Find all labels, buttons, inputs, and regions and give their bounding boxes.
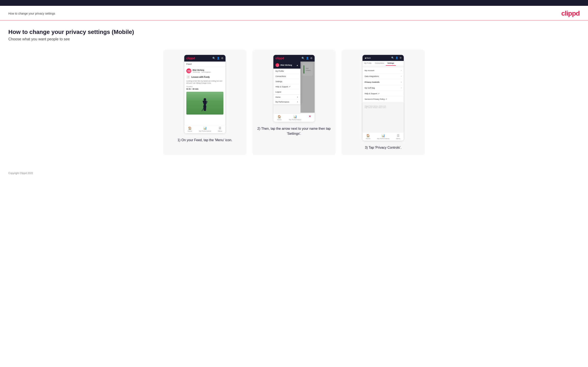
back-button[interactable]: ◀ Back xyxy=(365,57,371,59)
feed-content: BM Blair McHarg Yesterday · Sunningdale … xyxy=(184,67,225,125)
bottom-tab-performance-2: 📊 My Performance xyxy=(289,115,301,121)
privacy-controls-label: Privacy Controls xyxy=(365,81,380,83)
menu-item-connections[interactable]: Connections xyxy=(273,74,301,79)
phone-icons-2: 🔍 👤 ⚙ xyxy=(302,57,312,60)
copyright: Copyright Clippd 2022 xyxy=(8,172,33,175)
menu-item-myprofile[interactable]: My Profile xyxy=(273,69,301,74)
settings-icon-3: ⚙ xyxy=(399,57,402,59)
bottom-tab-performance-1: 📊 My Performance xyxy=(199,126,211,132)
profile-icon-3: 👤 xyxy=(395,57,398,59)
settings-screen: My Account › Data Integrations › Privacy… xyxy=(363,66,404,133)
performance-icon-1: 📊 xyxy=(203,126,207,130)
settings-item-privacycontrols[interactable]: Privacy Controls › xyxy=(363,79,404,85)
feed-tab: Feed xyxy=(184,62,225,67)
phone-bottom-bar-1: 🏠 Home 📊 My Performance ☰ Menu xyxy=(184,125,225,133)
bottom-tab-close-2[interactable]: ✕ xyxy=(309,115,311,121)
phone-bottom-bar-3: 🏠 Home 📊 My Performance ☰ Menu xyxy=(363,133,404,141)
feed-user-row: BM Blair McHarg Yesterday · Sunningdale xyxy=(186,68,223,73)
search-icon-2: 🔍 xyxy=(302,57,305,60)
home-section-label: Home xyxy=(276,96,280,98)
settings-item-helpsupport[interactable]: Help & Support ↗ xyxy=(363,91,404,96)
feed-tab-label: Feed xyxy=(186,63,191,65)
performance-chevron: ▼ xyxy=(297,101,298,103)
top-bar xyxy=(0,0,588,6)
menu-label-3: Menu xyxy=(396,138,400,140)
performance-section-label: My Performance xyxy=(276,101,289,103)
step-2-card: clippd 🔍 👤 ⚙ Golf content... xyxy=(252,50,336,155)
footer: Copyright Clippd 2022 xyxy=(0,167,588,179)
dropdown-menu: Blair McHarg ▲ My Profile Connections Se… xyxy=(273,62,301,104)
client-version: Clippd Client Version: 2022.8.3-3 xyxy=(365,105,402,107)
menu-item-settings[interactable]: Settings xyxy=(273,79,301,84)
menu-item-logout[interactable]: Logout xyxy=(273,89,301,95)
phone-nav-2: clippd 🔍 👤 ⚙ xyxy=(273,55,315,62)
settings-list: My Account › Data Integrations › Privacy… xyxy=(363,66,404,104)
lesson-icon: 📋 xyxy=(186,75,190,79)
header: How to change your privacy settings clip… xyxy=(0,6,588,20)
menu-icon-1: ☰ xyxy=(219,126,221,130)
home-icon-2: 🏠 xyxy=(277,115,281,118)
lesson-desc: Looking to feel like my hands are exitin… xyxy=(186,80,223,84)
performance-label-2: My Performance xyxy=(289,119,301,121)
bottom-tab-menu-3: ☰ Menu xyxy=(396,134,400,140)
step-2-phone: clippd 🔍 👤 ⚙ Golf content... xyxy=(273,55,315,122)
service-privacy-label: Service & Privacy Policy ↗ xyxy=(365,98,387,100)
performance-icon-2: 📊 xyxy=(293,115,297,118)
feed-user-sub: Yesterday · Sunningdale xyxy=(193,71,210,73)
home-icon-1: 🏠 xyxy=(188,126,191,130)
settings-item-myaccount[interactable]: My Account › xyxy=(363,67,404,73)
duration-label: Duration xyxy=(186,86,223,88)
steps-container: clippd 🔍 👤 ⚙ Feed BM Blair xyxy=(8,50,580,155)
feed-user-info: Blair McHarg Yesterday · Sunningdale xyxy=(193,69,210,73)
tab-connections[interactable]: Connections xyxy=(373,61,386,66)
svg-point-0 xyxy=(204,98,206,101)
feed-user-name: Blair McHarg xyxy=(193,69,210,71)
bottom-tab-home-2: 🏠 Home xyxy=(277,115,282,121)
server-version: GQL Server Version: 2022.7.30-1 xyxy=(365,107,402,108)
settings-item-serviceprivacy[interactable]: Service & Privacy Policy ↗ xyxy=(363,96,404,102)
tab-settings[interactable]: Settings xyxy=(386,61,396,66)
my-account-label: My Account xyxy=(365,69,374,72)
bottom-tab-home-3: 🏠 Home xyxy=(366,134,370,140)
search-icon-1: 🔍 xyxy=(212,57,216,60)
settings-tabs: My Profile Connections Settings xyxy=(363,61,404,66)
settings-nav: ◀ Back 🔍 👤 ⚙ xyxy=(363,55,404,61)
menu-item-helpsupport[interactable]: Help & Support ↗ xyxy=(273,84,301,89)
profile-icon-1: 👤 xyxy=(217,57,220,60)
settings-item-dataintegrations[interactable]: Data Integrations › xyxy=(363,73,404,79)
page-subheading: Choose what you want people to see xyxy=(8,37,580,41)
step-1-caption: 1) On your Feed, tap the 'Menu' icon. xyxy=(177,138,232,143)
data-integrations-label: Data Integrations xyxy=(365,75,379,77)
settings-item-mygolfbag[interactable]: My Golf Bag › xyxy=(363,85,404,91)
tab-myprofile[interactable]: My Profile xyxy=(363,61,373,66)
duration-value: 01 hr : 30 min xyxy=(186,88,223,90)
dropdown-avatar xyxy=(276,63,279,67)
profile-icon-2: 👤 xyxy=(306,57,309,60)
golfer-silhouette xyxy=(200,98,210,115)
my-golf-bag-chevron: › xyxy=(401,87,402,89)
bottom-tab-performance-3: 📊 My Performance xyxy=(377,134,389,140)
bottom-tab-menu-1: ☰ Menu xyxy=(218,126,222,132)
home-label-2: Home xyxy=(277,119,282,121)
menu-section-home[interactable]: Home ▼ xyxy=(273,95,301,99)
step-1-phone: clippd 🔍 👤 ⚙ Feed BM Blair xyxy=(184,55,226,133)
logo: clippd xyxy=(561,9,580,17)
search-icon-3: 🔍 xyxy=(391,57,394,59)
settings-icon-2: ⚙ xyxy=(310,57,312,60)
phone-logo-2: clippd xyxy=(276,57,284,60)
home-icon-3: 🏠 xyxy=(366,134,370,137)
phone-icons-1: 🔍 👤 ⚙ xyxy=(212,57,223,60)
step-3-phone: ◀ Back 🔍 👤 ⚙ My Profile Connections Sett… xyxy=(362,55,404,141)
phone-bottom-bar-2: 🏠 Home 📊 My Performance ✕ xyxy=(273,114,315,122)
lesson-row: 📋 Lesson with Fordy xyxy=(186,75,223,79)
phone-logo-1: clippd xyxy=(186,57,195,60)
main-content: How to change your privacy settings (Mob… xyxy=(0,20,588,167)
performance-label-1: My Performance xyxy=(199,130,211,132)
menu-icon-3: ☰ xyxy=(397,134,399,137)
page-heading: How to change your privacy settings (Mob… xyxy=(8,29,580,35)
data-integrations-chevron: › xyxy=(401,75,402,77)
bottom-tab-home-1: 🏠 Home xyxy=(188,126,192,132)
menu-section-performance[interactable]: My Performance ▼ xyxy=(273,99,301,104)
golf-image xyxy=(186,92,223,115)
dropdown-user: Blair McHarg xyxy=(276,63,292,67)
